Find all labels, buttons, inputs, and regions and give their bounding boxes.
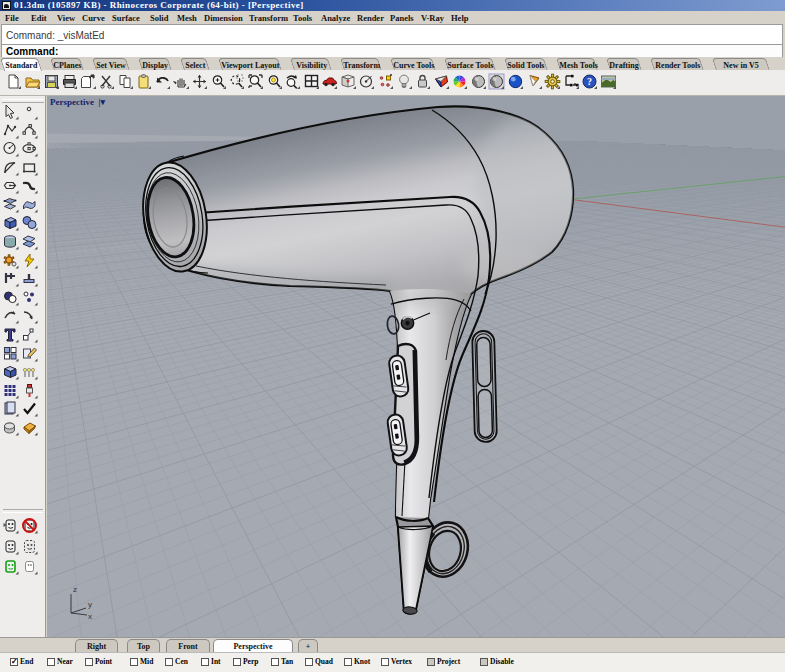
svg-text:y: y xyxy=(88,600,92,609)
svg-text:z: z xyxy=(73,585,77,594)
svg-text:x: x xyxy=(88,612,92,621)
svg-text:?: ? xyxy=(587,76,592,87)
